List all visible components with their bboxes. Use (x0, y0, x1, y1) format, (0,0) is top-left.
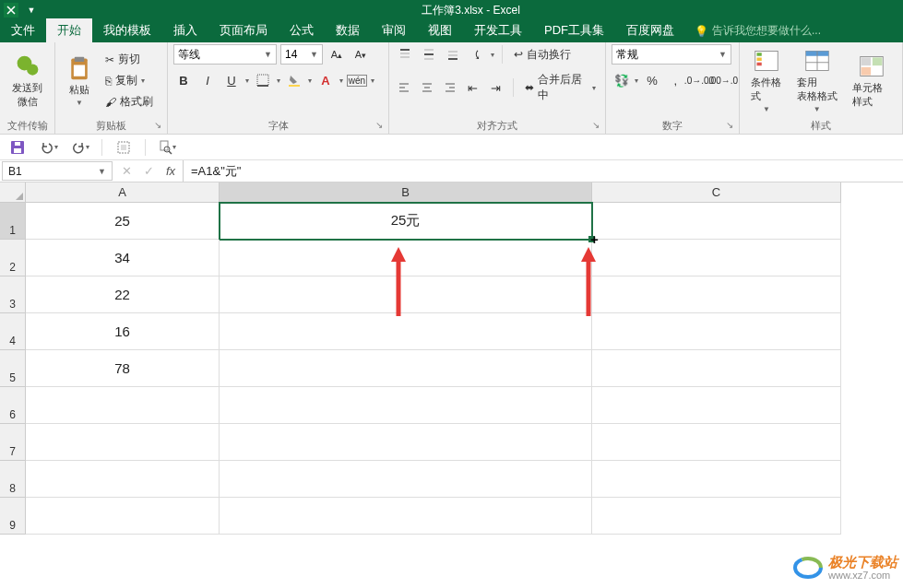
tab-developer[interactable]: 开发工具 (463, 18, 533, 42)
row-header-6[interactable]: 6 (0, 387, 26, 424)
cell-C4[interactable] (592, 313, 841, 350)
cell-B9[interactable] (220, 498, 592, 535)
conditional-format-button[interactable]: 条件格式▼ (745, 44, 788, 117)
column-header-A[interactable]: A (26, 182, 220, 203)
save-button[interactable] (7, 137, 28, 158)
italic-button[interactable]: I (197, 70, 218, 90)
cell-A5[interactable]: 78 (26, 350, 220, 387)
phonetic-button[interactable]: wén (347, 70, 367, 90)
print-area-button[interactable] (113, 137, 134, 158)
cut-button[interactable]: ✂剪切 (101, 50, 157, 69)
number-launcher-icon[interactable]: ↘ (724, 120, 735, 131)
cell-B7[interactable] (220, 424, 592, 461)
orientation-button[interactable]: ⤹ (467, 44, 487, 65)
increase-decimal-button[interactable]: .0→.00 (689, 70, 709, 90)
bold-button[interactable]: B (173, 70, 194, 90)
cell-A7[interactable] (26, 424, 220, 461)
cell-A3[interactable]: 22 (26, 276, 220, 313)
cell-B3[interactable] (220, 276, 592, 313)
print-preview-button[interactable]: ▾ (157, 137, 177, 158)
format-as-table-button[interactable]: 套用 表格格式▼ (791, 44, 843, 117)
row-header-2[interactable]: 2 (0, 240, 26, 276)
cell-C1[interactable] (592, 203, 841, 240)
cell-C9[interactable] (592, 498, 841, 535)
tab-formulas[interactable]: 公式 (279, 18, 325, 42)
tab-home[interactable]: 开始 (46, 18, 92, 42)
copy-button[interactable]: ⎘复制▾ (101, 71, 157, 90)
number-format-combo[interactable]: 常规▼ (612, 44, 731, 65)
comma-button[interactable]: , (666, 70, 685, 90)
merge-center-button[interactable]: ⬌合并后居中▾ (521, 70, 600, 105)
font-name-combo[interactable]: 等线▼ (173, 44, 277, 65)
align-center-button[interactable] (418, 77, 437, 98)
increase-font-button[interactable]: A▴ (327, 44, 347, 65)
cell-B1[interactable]: 25元 (220, 203, 592, 240)
cell-B5[interactable] (220, 350, 592, 387)
font-color-button[interactable]: A (315, 70, 336, 90)
cell-B2[interactable] (220, 240, 592, 276)
undo-button[interactable]: ▾ (39, 137, 59, 158)
decrease-indent-button[interactable]: ⇤ (463, 77, 482, 98)
titlebar-dropdown-icon[interactable]: ▼ (24, 3, 39, 18)
tab-data[interactable]: 数据 (325, 18, 371, 42)
align-right-button[interactable] (441, 77, 460, 98)
cell-C7[interactable] (592, 424, 841, 461)
redo-button[interactable]: ▾ (70, 137, 90, 158)
font-size-combo[interactable]: 14▼ (280, 44, 323, 65)
row-header-7[interactable]: 7 (0, 424, 26, 461)
tab-review[interactable]: 审阅 (371, 18, 417, 42)
percent-button[interactable]: % (642, 70, 661, 90)
borders-button[interactable] (253, 70, 273, 90)
tab-templates[interactable]: 我的模板 (92, 18, 162, 42)
paste-button[interactable]: 粘贴 ▼ (61, 52, 98, 111)
decrease-decimal-button[interactable]: .00→.0 (713, 70, 733, 90)
cell-C5[interactable] (592, 350, 841, 387)
column-header-C[interactable]: C (592, 182, 841, 203)
row-header-9[interactable]: 9 (0, 498, 26, 535)
decrease-font-button[interactable]: A▾ (351, 44, 371, 65)
cell-B6[interactable] (220, 387, 592, 424)
cell-A1[interactable]: 25 (26, 203, 220, 240)
align-middle-button[interactable] (419, 44, 439, 65)
clipboard-launcher-icon[interactable]: ↘ (152, 120, 163, 131)
font-launcher-icon[interactable]: ↘ (374, 120, 385, 131)
tab-page-layout[interactable]: 页面布局 (208, 18, 279, 42)
align-launcher-icon[interactable]: ↘ (590, 120, 601, 131)
format-painter-button[interactable]: 🖌格式刷 (101, 92, 157, 112)
cell-C8[interactable] (592, 461, 841, 498)
cell-styles-button[interactable]: 单元格样式 (847, 50, 897, 112)
select-all-corner[interactable] (0, 182, 26, 203)
accounting-format-button[interactable]: 💱 (612, 70, 631, 90)
tell-me-search[interactable]: 💡 告诉我您想要做什么... (685, 19, 830, 42)
cell-C6[interactable] (592, 387, 841, 424)
cancel-formula-button[interactable]: ✕ (118, 164, 135, 178)
cell-A2[interactable]: 34 (26, 240, 220, 276)
fx-button[interactable]: fx (162, 164, 179, 178)
tab-baidu-disk[interactable]: 百度网盘 (615, 18, 685, 42)
cell-A4[interactable]: 16 (26, 313, 220, 350)
tab-pdf-tools[interactable]: PDF工具集 (533, 18, 615, 42)
row-header-3[interactable]: 3 (0, 276, 26, 313)
fill-color-button[interactable] (284, 70, 304, 90)
cell-A8[interactable] (26, 461, 220, 498)
row-header-5[interactable]: 5 (0, 350, 26, 387)
tab-view[interactable]: 视图 (417, 18, 463, 42)
cell-C2[interactable] (592, 240, 841, 276)
cell-B4[interactable] (220, 313, 592, 350)
cell-A9[interactable] (26, 498, 220, 535)
wrap-text-button[interactable]: ↩自动换行 (510, 45, 575, 65)
column-header-B[interactable]: B (220, 182, 592, 203)
row-header-8[interactable]: 8 (0, 461, 26, 498)
accept-formula-button[interactable]: ✓ (140, 164, 157, 178)
row-header-1[interactable]: 1 (0, 203, 26, 240)
increase-indent-button[interactable]: ⇥ (486, 77, 505, 98)
tab-insert[interactable]: 插入 (162, 18, 208, 42)
fill-handle[interactable] (588, 236, 595, 242)
cell-B8[interactable] (220, 461, 592, 498)
send-to-wechat-button[interactable]: 发送到微信 (6, 50, 49, 112)
row-header-4[interactable]: 4 (0, 313, 26, 350)
formula-input[interactable]: =A1&"元" (184, 160, 903, 182)
tab-file[interactable]: 文件 (0, 18, 46, 42)
align-top-button[interactable] (395, 44, 415, 65)
name-box[interactable]: B1▼ (2, 161, 113, 181)
